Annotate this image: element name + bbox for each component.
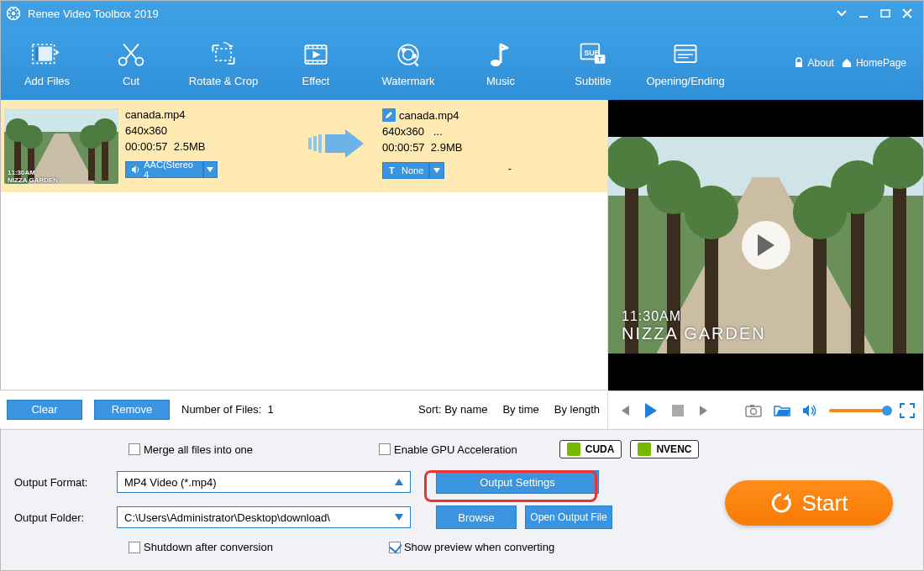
stop-button[interactable] bbox=[670, 402, 685, 419]
open-output-folder-button[interactable]: Open Output File bbox=[525, 506, 612, 529]
output-settings-button[interactable]: Output Settings bbox=[436, 470, 599, 494]
output-folder-label: Output Folder: bbox=[14, 511, 108, 524]
svg-rect-27 bbox=[750, 405, 754, 407]
show-preview-checkbox[interactable]: Show preview when converting bbox=[389, 541, 554, 553]
svg-rect-19 bbox=[795, 62, 802, 67]
gpu-checkbox[interactable]: Enable GPU Acceleration bbox=[379, 443, 517, 456]
preview-controls bbox=[608, 390, 923, 429]
nvidia-icon bbox=[567, 443, 580, 456]
preview-panel: 11:30AM NIZZA GARDEN bbox=[607, 100, 923, 429]
svg-rect-24 bbox=[672, 405, 684, 416]
svg-rect-21 bbox=[313, 136, 317, 151]
output-format-label: Output Format: bbox=[14, 476, 108, 489]
next-button[interactable] bbox=[697, 402, 712, 419]
tool-watermark[interactable]: Watermark bbox=[362, 29, 454, 97]
prev-button[interactable] bbox=[617, 402, 632, 419]
add-files-icon bbox=[32, 39, 62, 70]
maximize-button[interactable] bbox=[874, 5, 896, 22]
tool-label: Add Files bbox=[24, 75, 70, 87]
svg-rect-18 bbox=[675, 45, 696, 62]
tool-rotate-crop[interactable]: Rotate & Crop bbox=[177, 29, 270, 97]
file-row[interactable]: 11:30AMNIZZA GARDEN canada.mp4 640x360 0… bbox=[1, 100, 607, 192]
speaker-icon bbox=[131, 165, 140, 175]
output-filename: canada.mp4 bbox=[399, 109, 459, 122]
app-logo-icon bbox=[6, 6, 21, 21]
audio-codec-dropdown[interactable]: AAC(Stereo 4 bbox=[125, 161, 218, 178]
svg-rect-5 bbox=[34, 46, 38, 60]
tool-cut[interactable]: Cut bbox=[85, 29, 177, 97]
remove-button[interactable]: Remove bbox=[94, 400, 170, 420]
subtitle-dropdown[interactable]: TNone bbox=[382, 162, 475, 179]
file-count-label: Number of Files: 1 bbox=[181, 403, 274, 416]
shutdown-checkbox[interactable]: Shutdown after conversion bbox=[129, 541, 273, 553]
tool-label: Cut bbox=[123, 75, 139, 87]
svg-point-26 bbox=[750, 408, 756, 414]
tool-music[interactable]: Music bbox=[454, 29, 547, 97]
browse-button[interactable]: Browse bbox=[436, 506, 517, 529]
svg-text:T: T bbox=[389, 165, 395, 175]
tool-effect[interactable]: Effect bbox=[270, 29, 362, 97]
sort-by-length[interactable]: By length bbox=[554, 403, 600, 416]
main-toolbar: Add Files Cut Rotate & Crop Effect Water… bbox=[1, 26, 923, 100]
minimize-button[interactable] bbox=[853, 5, 874, 22]
svg-point-11 bbox=[402, 47, 406, 51]
refresh-icon bbox=[770, 492, 792, 514]
homepage-label: HomePage bbox=[856, 57, 906, 69]
clear-button[interactable]: Clear bbox=[7, 400, 82, 420]
svg-point-1 bbox=[12, 12, 16, 16]
chevron-down-icon bbox=[395, 514, 403, 521]
start-button[interactable]: Start bbox=[725, 480, 893, 526]
nvidia-icon bbox=[638, 443, 651, 456]
edit-name-icon[interactable] bbox=[382, 108, 396, 122]
tool-label: Subtitle bbox=[575, 75, 611, 87]
nvenc-badge: NVENC bbox=[630, 440, 699, 458]
subtitle-icon: SUBT bbox=[578, 39, 608, 70]
input-resolution: 640x360 bbox=[125, 124, 293, 137]
volume-button[interactable] bbox=[802, 402, 817, 419]
home-icon bbox=[841, 57, 853, 69]
output-res-more[interactable]: ... bbox=[433, 125, 443, 138]
sort-label: Sort: By name bbox=[418, 403, 487, 416]
svg-point-12 bbox=[412, 54, 417, 58]
tool-label: Music bbox=[486, 75, 515, 87]
tool-opening-ending[interactable]: Opening/Ending bbox=[639, 29, 732, 97]
output-meta: 00:00:57 2.9MB bbox=[382, 141, 535, 154]
play-button[interactable] bbox=[643, 402, 659, 419]
svg-rect-2 bbox=[881, 10, 890, 17]
text-icon: T bbox=[388, 165, 398, 175]
input-filename: canada.mp4 bbox=[125, 108, 293, 121]
menu-dropdown-button[interactable] bbox=[831, 5, 853, 22]
merge-checkbox[interactable]: Merge all files into one bbox=[129, 443, 253, 456]
homepage-link[interactable]: HomePage bbox=[841, 57, 906, 69]
effect-icon bbox=[301, 39, 331, 70]
bottom-panel: Merge all files into one Enable GPU Acce… bbox=[1, 429, 923, 571]
preview-overlay-text: 11:30AM NIZZA GARDEN bbox=[622, 309, 766, 343]
sort-by-name[interactable]: By name bbox=[444, 403, 487, 416]
input-file-info: canada.mp4 640x360 00:00:57 2.5MB AAC(St… bbox=[125, 108, 293, 178]
volume-slider[interactable] bbox=[829, 409, 888, 412]
tool-add-files[interactable]: Add Files bbox=[9, 29, 85, 97]
preview-play-button[interactable] bbox=[742, 221, 790, 270]
about-link[interactable]: About bbox=[793, 57, 834, 69]
rotate-crop-icon bbox=[208, 39, 239, 70]
titlebar: Renee Video Toolbox 2019 bbox=[1, 1, 923, 26]
close-button[interactable] bbox=[896, 5, 918, 22]
svg-rect-20 bbox=[308, 138, 312, 149]
conversion-arrow-icon bbox=[300, 123, 375, 165]
watermark-icon bbox=[393, 39, 423, 70]
tool-subtitle[interactable]: SUBT Subtitle bbox=[547, 29, 639, 97]
main-area: 11:30AMNIZZA GARDEN canada.mp4 640x360 0… bbox=[1, 100, 923, 429]
output-format-combo[interactable]: MP4 Video (*.mp4) bbox=[117, 471, 411, 493]
file-list: 11:30AMNIZZA GARDEN canada.mp4 640x360 0… bbox=[1, 100, 607, 429]
fullscreen-button[interactable] bbox=[900, 402, 915, 419]
output-folder-combo[interactable]: C:\Users\Administrator\Desktop\download\ bbox=[117, 506, 411, 528]
svg-rect-22 bbox=[318, 134, 322, 153]
snapshot-button[interactable] bbox=[745, 402, 762, 419]
open-folder-button[interactable] bbox=[774, 402, 790, 419]
subtitle-dash: - bbox=[485, 162, 535, 175]
chevron-up-icon bbox=[395, 479, 403, 485]
sort-by-time[interactable]: By time bbox=[502, 403, 538, 416]
svg-point-13 bbox=[491, 60, 501, 66]
tool-label: Watermark bbox=[381, 75, 434, 87]
preview-video: 11:30AM NIZZA GARDEN bbox=[608, 100, 923, 390]
